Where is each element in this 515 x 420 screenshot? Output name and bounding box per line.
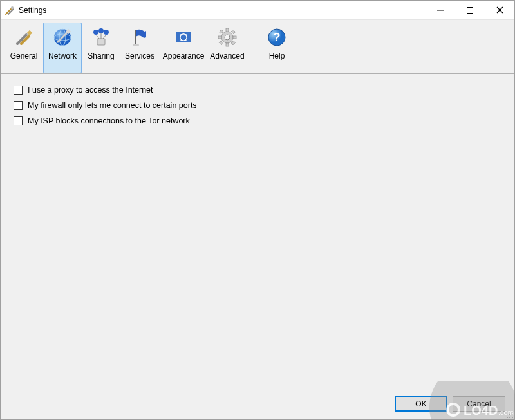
tab-sharing[interactable]: Sharing bbox=[82, 23, 120, 73]
network-nodes-icon bbox=[91, 27, 111, 48]
checkbox-isp-label[interactable]: My ISP blocks connections to the Tor net… bbox=[28, 116, 190, 125]
tab-label: Services bbox=[125, 51, 154, 60]
ok-button[interactable]: OK bbox=[395, 396, 447, 412]
svg-point-23 bbox=[133, 44, 139, 46]
tab-label: Sharing bbox=[88, 51, 114, 60]
ok-button-label: OK bbox=[415, 399, 426, 408]
tab-label: Appearance bbox=[163, 51, 205, 60]
resize-grip[interactable] bbox=[506, 411, 514, 419]
svg-rect-32 bbox=[231, 30, 235, 33]
svg-point-42 bbox=[509, 417, 510, 418]
cancel-button[interactable]: Cancel bbox=[453, 396, 505, 412]
svg-point-16 bbox=[93, 30, 98, 35]
tab-label: Help bbox=[269, 51, 285, 60]
checkbox-proxy-label[interactable]: I use a proxy to access the Internet bbox=[28, 86, 153, 95]
tab-label: Network bbox=[48, 51, 77, 60]
tab-help[interactable]: ? Help bbox=[258, 23, 296, 73]
close-button[interactable] bbox=[485, 1, 514, 19]
minimize-button[interactable] bbox=[426, 1, 455, 19]
svg-rect-29 bbox=[218, 36, 221, 39]
svg-point-2 bbox=[11, 6, 14, 9]
window-title: Settings bbox=[19, 6, 46, 15]
tools-icon bbox=[14, 27, 34, 48]
checkbox-firewall-row: My firewall only lets me connect to cert… bbox=[14, 101, 501, 110]
svg-rect-28 bbox=[226, 43, 229, 46]
titlebar: Settings bbox=[1, 1, 514, 20]
tab-advanced[interactable]: Advanced bbox=[208, 23, 247, 73]
checkbox-firewall[interactable] bbox=[14, 101, 23, 110]
svg-point-35 bbox=[225, 35, 230, 40]
svg-rect-34 bbox=[231, 41, 235, 44]
checkbox-isp[interactable] bbox=[14, 116, 23, 125]
gear-icon bbox=[217, 27, 238, 48]
svg-rect-15 bbox=[97, 39, 105, 45]
cancel-button-label: Cancel bbox=[467, 399, 491, 408]
tab-services[interactable]: Services bbox=[120, 23, 159, 73]
svg-rect-27 bbox=[226, 28, 229, 32]
settings-window: Settings General bbox=[0, 0, 515, 420]
help-icon: ? bbox=[267, 27, 287, 48]
svg-rect-33 bbox=[219, 41, 223, 44]
un-flag-icon bbox=[173, 27, 194, 48]
checkbox-proxy[interactable] bbox=[14, 86, 23, 95]
window-controls bbox=[426, 1, 514, 19]
flag-icon bbox=[129, 27, 150, 48]
toolbar-separator bbox=[252, 26, 252, 69]
settings-app-icon bbox=[5, 5, 15, 15]
svg-point-40 bbox=[512, 414, 513, 415]
svg-point-17 bbox=[98, 28, 104, 33]
svg-rect-4 bbox=[467, 7, 473, 13]
svg-point-41 bbox=[507, 417, 508, 418]
svg-rect-31 bbox=[219, 30, 223, 33]
button-bar: OK Cancel bbox=[1, 392, 514, 419]
maximize-button[interactable] bbox=[455, 1, 485, 19]
tab-general[interactable]: General bbox=[5, 23, 43, 73]
svg-text:?: ? bbox=[274, 31, 281, 44]
checkbox-isp-row: My ISP blocks connections to the Tor net… bbox=[14, 116, 501, 125]
svg-line-21 bbox=[103, 35, 106, 39]
svg-point-43 bbox=[512, 417, 513, 418]
tab-label: Advanced bbox=[210, 51, 244, 60]
checkbox-proxy-row: I use a proxy to access the Internet bbox=[14, 86, 501, 95]
content-panel: I use a proxy to access the Internet My … bbox=[1, 74, 514, 392]
svg-point-38 bbox=[512, 412, 513, 413]
svg-rect-30 bbox=[233, 36, 236, 39]
checkbox-firewall-label[interactable]: My firewall only lets me connect to cert… bbox=[28, 101, 197, 110]
svg-point-18 bbox=[104, 30, 109, 35]
svg-line-19 bbox=[96, 35, 99, 39]
globe-icon bbox=[52, 27, 73, 48]
tab-label: General bbox=[10, 51, 38, 60]
toolbar: General Network bbox=[1, 20, 514, 74]
tab-appearance[interactable]: Appearance bbox=[159, 23, 208, 73]
tab-network[interactable]: Network bbox=[43, 23, 82, 73]
svg-point-39 bbox=[509, 414, 510, 415]
